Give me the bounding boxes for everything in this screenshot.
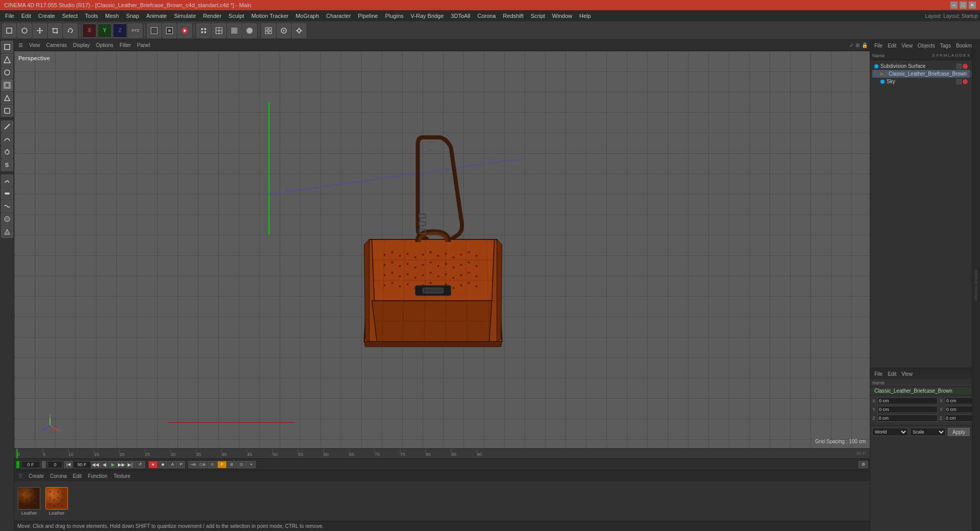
- tool-display-points[interactable]: [197, 23, 211, 38]
- material-leather-dark[interactable]: Leather: [16, 487, 42, 516]
- tree-briefcase[interactable]: ▶ Classic_Leather_Briefcase_Brown: [872, 70, 970, 78]
- maximize-button[interactable]: □: [960, 2, 967, 9]
- play-start-btn[interactable]: |◀: [64, 461, 72, 468]
- vp-options[interactable]: Options: [94, 42, 115, 48]
- play-prev-btn[interactable]: ◀: [100, 461, 108, 468]
- left-tool-8[interactable]: [1, 133, 13, 146]
- timeline-start-frame-input[interactable]: [21, 461, 40, 468]
- left-tool-sculpt-3[interactable]: [1, 200, 13, 212]
- tool-display-flat[interactable]: [227, 23, 241, 38]
- attr-menu-file[interactable]: File: [872, 371, 885, 377]
- vp-lock[interactable]: 🔒: [862, 42, 868, 48]
- vp-resize-1[interactable]: ⤢: [849, 42, 853, 48]
- tree-subdivision-surface[interactable]: Subdivision Surface: [872, 62, 970, 70]
- coord-y-pos[interactable]: [877, 406, 938, 413]
- left-tool-3[interactable]: [1, 66, 13, 79]
- left-tool-sculpt-1[interactable]: [1, 175, 13, 187]
- mat-menu-create[interactable]: Create: [27, 473, 46, 479]
- ik-btn[interactable]: ⬡⊕: [198, 461, 207, 468]
- left-tool-sculpt-5[interactable]: [1, 226, 13, 238]
- tool-snap-settings[interactable]: [277, 23, 291, 38]
- tool-rotate[interactable]: [63, 23, 78, 38]
- tree-sky[interactable]: Sky: [872, 78, 970, 85]
- keyframe-btn[interactable]: ◆: [158, 461, 167, 468]
- material-menu-icon[interactable]: ☰: [16, 473, 24, 478]
- mat-menu-texture[interactable]: Texture: [111, 473, 132, 479]
- menu-character[interactable]: Character: [323, 12, 354, 20]
- vp-view-menu[interactable]: ☰: [16, 42, 25, 48]
- obj-menu-view[interactable]: View: [899, 43, 915, 49]
- left-tool-9[interactable]: [1, 146, 13, 158]
- menu-mesh[interactable]: Mesh: [102, 12, 122, 20]
- left-tool-2[interactable]: [1, 54, 13, 66]
- tool-move[interactable]: [33, 23, 47, 38]
- tool-grid[interactable]: [261, 23, 276, 38]
- tool-display-wire[interactable]: [212, 23, 226, 38]
- left-tool-4[interactable]: [1, 79, 13, 91]
- menu-motion-tracker[interactable]: Motion Tracker: [248, 12, 291, 20]
- menu-redshift[interactable]: Redshift: [500, 12, 526, 20]
- left-tool-s[interactable]: S: [1, 159, 13, 171]
- menu-sculpt[interactable]: Sculpt: [226, 12, 248, 20]
- menu-window[interactable]: Window: [549, 12, 575, 20]
- menu-create[interactable]: Create: [35, 12, 58, 20]
- obj-menu-tags[interactable]: Tags: [938, 43, 953, 49]
- timeline-settings-btn[interactable]: P: [178, 461, 185, 468]
- left-tool-5[interactable]: [1, 92, 13, 104]
- tool-z-constraint[interactable]: Z: [113, 23, 127, 38]
- tool-x-constraint[interactable]: X: [82, 23, 96, 38]
- loop-btn[interactable]: ↺: [135, 461, 145, 468]
- obj-menu-edit[interactable]: Edit: [886, 43, 898, 49]
- menu-snap[interactable]: Snap: [123, 12, 142, 20]
- menu-script[interactable]: Script: [528, 12, 548, 20]
- tool-scale[interactable]: [48, 23, 62, 38]
- extra7-btn[interactable]: ≡: [247, 461, 256, 468]
- timeline-ruler[interactable]: 0 5 10 15 20 25 30 35 40 45 50 55 60 65 …: [14, 448, 870, 458]
- coord-x-pos[interactable]: [877, 397, 938, 404]
- mat-menu-corona[interactable]: Corona: [48, 473, 69, 479]
- menu-pipeline[interactable]: Pipeline: [355, 12, 381, 20]
- menu-animate[interactable]: Animate: [143, 12, 170, 20]
- tree-expand-briefcase[interactable]: ▶: [880, 71, 884, 76]
- menu-file[interactable]: File: [2, 12, 17, 20]
- tool-texture[interactable]: [17, 23, 32, 38]
- menu-plugins[interactable]: Plugins: [382, 12, 406, 20]
- close-button[interactable]: ✕: [969, 2, 976, 9]
- vp-view[interactable]: View: [27, 42, 42, 48]
- apply-button[interactable]: Apply: [948, 428, 970, 436]
- minimize-button[interactable]: ─: [950, 2, 958, 9]
- obj-menu-file[interactable]: File: [872, 43, 885, 49]
- record-btn[interactable]: ●: [149, 461, 158, 468]
- menu-mograph[interactable]: MoGraph: [292, 12, 322, 20]
- tool-display-gouraud[interactable]: [242, 23, 257, 38]
- left-tool-7[interactable]: [1, 120, 13, 133]
- tool-model[interactable]: [2, 23, 16, 38]
- vp-panel[interactable]: Panel: [135, 42, 153, 48]
- coord-scale-select[interactable]: Scale: [910, 428, 946, 436]
- mat-menu-function[interactable]: Function: [86, 473, 109, 479]
- menu-select[interactable]: Select: [59, 12, 81, 20]
- material-leather-orange[interactable]: Leather: [44, 487, 69, 516]
- obj-menu-objects[interactable]: Objects: [916, 43, 937, 49]
- tool-xyz[interactable]: XYZ: [128, 23, 142, 38]
- tool-render-region[interactable]: [147, 23, 161, 38]
- coord-z-pos[interactable]: [877, 415, 938, 422]
- play-btn[interactable]: ▶: [109, 461, 117, 468]
- tool-render[interactable]: [178, 23, 192, 38]
- frame-counter[interactable]: [47, 461, 63, 468]
- motion2-btn[interactable]: ⊙: [208, 461, 217, 468]
- vp-cameras[interactable]: Cameras: [44, 42, 69, 48]
- tool-y-constraint[interactable]: Y: [97, 23, 112, 38]
- play-next-btn[interactable]: ▶▶: [117, 461, 126, 468]
- play-rev-btn[interactable]: ◀◀: [91, 461, 100, 468]
- menu-tools[interactable]: Tools: [82, 12, 101, 20]
- play-end-btn[interactable]: ▶|: [126, 461, 134, 468]
- vp-resize-2[interactable]: ⊞: [855, 42, 860, 48]
- vp-filter[interactable]: Filter: [117, 42, 133, 48]
- end-frame-input[interactable]: [73, 461, 91, 468]
- auto-key-btn[interactable]: A: [168, 461, 177, 468]
- mat-menu-edit[interactable]: Edit: [71, 473, 84, 479]
- menu-corona[interactable]: Corona: [474, 12, 499, 20]
- motion-btn[interactable]: ⇢⊕: [188, 461, 198, 468]
- tree-vis-btn-3[interactable]: [957, 79, 962, 84]
